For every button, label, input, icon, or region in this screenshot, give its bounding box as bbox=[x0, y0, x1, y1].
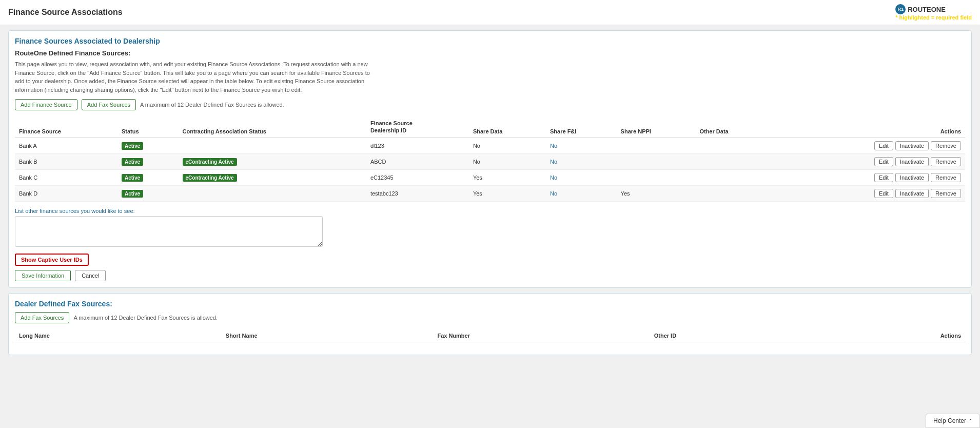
remove-button[interactable]: Remove bbox=[931, 189, 961, 198]
cell-actions: Edit Inactivate Remove bbox=[771, 153, 965, 169]
fax-button-group: Add Fax Sources A maximum of 12 Dealer D… bbox=[15, 312, 965, 323]
table-row: Bank B Active eContracting Active ABCD N… bbox=[15, 153, 965, 169]
th-actions: Actions bbox=[771, 116, 965, 138]
show-captive-user-ids-button[interactable]: Show Captive User IDs bbox=[15, 254, 89, 266]
table-row: Bank C Active eContracting Active eC1234… bbox=[15, 169, 965, 185]
save-information-button[interactable]: Save Information bbox=[15, 270, 71, 281]
remove-button[interactable]: Remove bbox=[931, 173, 961, 182]
cell-dealership-id: ABCD bbox=[366, 153, 469, 169]
save-cancel-group: Save Information Cancel bbox=[15, 270, 965, 281]
finance-sources-section: Finance Sources Associated to Dealership… bbox=[8, 30, 972, 288]
cell-share-fni: No bbox=[546, 153, 617, 169]
main-content: Finance Sources Associated to Dealership… bbox=[0, 25, 980, 365]
cell-share-data: Yes bbox=[469, 169, 546, 185]
th-status: Status bbox=[117, 116, 179, 138]
th-share-data: Share Data bbox=[469, 116, 546, 138]
list-other-section: List other finance sources you would lik… bbox=[15, 208, 965, 248]
th-share-fni: Share F&I bbox=[546, 116, 617, 138]
fax-sources-section: Dealer Defined Fax Sources: Add Fax Sour… bbox=[8, 293, 972, 355]
routeone-defined-title: RouteOne Defined Finance Sources: bbox=[15, 49, 965, 57]
cell-contracting bbox=[179, 185, 366, 201]
cell-share-fni: No bbox=[546, 169, 617, 185]
list-other-textarea[interactable] bbox=[15, 216, 323, 247]
fax-th-short-name: Short Name bbox=[222, 329, 434, 342]
th-dealership-id: Finance SourceDealership ID bbox=[366, 116, 469, 138]
finance-sources-table: Finance Source Status Contracting Associ… bbox=[15, 116, 965, 202]
cell-share-data: Yes bbox=[469, 185, 546, 201]
th-finance-source: Finance Source bbox=[15, 116, 117, 138]
cell-dealership-id: dl123 bbox=[366, 138, 469, 153]
captive-user-ids-row: Show Captive User IDs bbox=[15, 254, 965, 266]
cancel-button[interactable]: Cancel bbox=[75, 270, 106, 281]
cell-contracting: eContracting Active bbox=[179, 169, 366, 185]
table-header-row: Finance Source Status Contracting Associ… bbox=[15, 116, 965, 138]
routeone-logo: R1 ROUTEONE bbox=[895, 4, 972, 14]
edit-button[interactable]: Edit bbox=[874, 157, 893, 166]
inactivate-button[interactable]: Inactivate bbox=[895, 141, 929, 150]
max-note-bottom: A maximum of 12 Dealer Defined Fax Sourc… bbox=[73, 315, 218, 321]
finance-sources-title: Finance Sources Associated to Dealership bbox=[15, 37, 965, 45]
edit-button[interactable]: Edit bbox=[874, 189, 893, 198]
cell-contracting: eContracting Active bbox=[179, 153, 366, 169]
cell-status: Active bbox=[117, 169, 179, 185]
logo-icon: R1 bbox=[895, 4, 906, 14]
th-share-nppi: Share NPPI bbox=[617, 116, 696, 138]
cell-actions: Edit Inactivate Remove bbox=[771, 138, 965, 153]
fax-sources-title: Dealer Defined Fax Sources: bbox=[15, 300, 965, 308]
edit-button[interactable]: Edit bbox=[874, 173, 893, 182]
table-row: Bank A Active dl123 No No Edit Inactivat… bbox=[15, 138, 965, 153]
th-other-data: Other Data bbox=[695, 116, 771, 138]
table-row: Bank D Active testabc123 Yes No Yes Edit… bbox=[15, 185, 965, 201]
cell-finance-source: Bank A bbox=[15, 138, 117, 153]
fax-table-header-row: Long Name Short Name Fax Number Other ID… bbox=[15, 329, 965, 342]
cell-other-data bbox=[695, 185, 771, 201]
cell-status: Active bbox=[117, 185, 179, 201]
cell-status: Active bbox=[117, 153, 179, 169]
cell-actions: Edit Inactivate Remove bbox=[771, 185, 965, 201]
cell-dealership-id: testabc123 bbox=[366, 185, 469, 201]
header-right: R1 ROUTEONE * highlighted = required fie… bbox=[895, 4, 972, 21]
edit-button[interactable]: Edit bbox=[874, 141, 893, 150]
inactivate-button[interactable]: Inactivate bbox=[895, 189, 929, 198]
remove-button[interactable]: Remove bbox=[931, 141, 961, 150]
th-contracting: Contracting Association Status bbox=[179, 116, 366, 138]
required-note: * highlighted = required field bbox=[895, 14, 972, 21]
add-fax-sources-button-top[interactable]: Add Fax Sources bbox=[82, 99, 136, 110]
cell-share-fni: No bbox=[546, 138, 617, 153]
cell-finance-source: Bank C bbox=[15, 169, 117, 185]
cell-share-nppi bbox=[617, 169, 696, 185]
fax-th-other-id: Other ID bbox=[650, 329, 812, 342]
cell-share-nppi: Yes bbox=[617, 185, 696, 201]
cell-share-fni: No bbox=[546, 185, 617, 201]
logo-text: ROUTEONE bbox=[908, 6, 946, 13]
cell-dealership-id: eC12345 bbox=[366, 169, 469, 185]
cell-other-data bbox=[695, 138, 771, 153]
page-title: Finance Source Associations bbox=[8, 8, 123, 17]
cell-share-data: No bbox=[469, 153, 546, 169]
remove-button[interactable]: Remove bbox=[931, 157, 961, 166]
cell-finance-source: Bank B bbox=[15, 153, 117, 169]
add-finance-source-button[interactable]: Add Finance Source bbox=[15, 99, 77, 110]
cell-share-nppi bbox=[617, 153, 696, 169]
cell-share-data: No bbox=[469, 138, 546, 153]
add-fax-sources-button-bottom[interactable]: Add Fax Sources bbox=[15, 312, 69, 323]
cell-other-data bbox=[695, 169, 771, 185]
list-other-label: List other finance sources you would lik… bbox=[15, 208, 965, 214]
cell-other-data bbox=[695, 153, 771, 169]
fax-th-fax-number: Fax Number bbox=[433, 329, 650, 342]
fax-sources-table: Long Name Short Name Fax Number Other ID… bbox=[15, 329, 965, 342]
fax-th-long-name: Long Name bbox=[15, 329, 222, 342]
inactivate-button[interactable]: Inactivate bbox=[895, 173, 929, 182]
cell-contracting bbox=[179, 138, 366, 153]
page-header: Finance Source Associations R1 ROUTEONE … bbox=[0, 0, 980, 25]
cell-actions: Edit Inactivate Remove bbox=[771, 169, 965, 185]
fax-th-actions: Actions bbox=[812, 329, 965, 342]
cell-status: Active bbox=[117, 138, 179, 153]
inactivate-button[interactable]: Inactivate bbox=[895, 157, 929, 166]
cell-finance-source: Bank D bbox=[15, 185, 117, 201]
top-button-group: Add Finance Source Add Fax Sources A max… bbox=[15, 99, 965, 110]
max-note-top: A maximum of 12 Dealer Defined Fax Sourc… bbox=[140, 102, 284, 108]
description-text: This page allows you to view, request as… bbox=[15, 60, 374, 94]
cell-share-nppi bbox=[617, 138, 696, 153]
